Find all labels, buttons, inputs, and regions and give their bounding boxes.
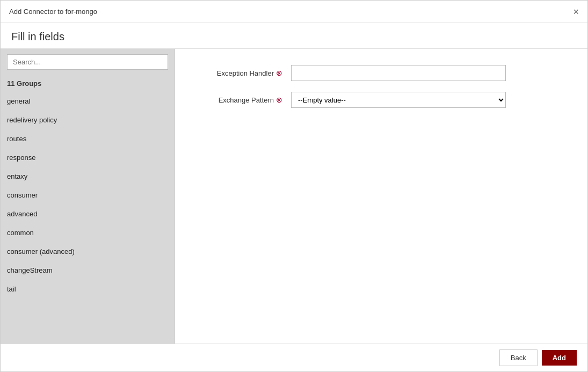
dialog-body: 11 Groups general redelivery policy rout… xyxy=(1,49,587,344)
sidebar-item-common[interactable]: common xyxy=(1,223,175,242)
dialog: Add Connector to for-mongo × Fill in fie… xyxy=(0,0,588,372)
dialog-subtitle: Fill in fields xyxy=(1,23,587,49)
dialog-header: Add Connector to for-mongo × xyxy=(1,1,587,23)
sidebar-item-consumer-advanced[interactable]: consumer (advanced) xyxy=(1,242,175,261)
sidebar-item-entaxy[interactable]: entaxy xyxy=(1,167,175,186)
exchange-pattern-select[interactable]: --Empty value-- xyxy=(291,92,506,108)
sidebar-item-response[interactable]: response xyxy=(1,148,175,167)
exchange-pattern-label-text: Exchange Pattern xyxy=(219,96,274,104)
search-input[interactable] xyxy=(7,54,168,70)
group-list: general redelivery policy routes respons… xyxy=(1,92,175,344)
sidebar-item-consumer[interactable]: consumer xyxy=(1,186,175,205)
add-button[interactable]: Add xyxy=(542,350,577,366)
exception-handler-required-icon: ⊗ xyxy=(276,69,282,77)
exchange-pattern-required-icon: ⊗ xyxy=(276,96,282,104)
exception-handler-input[interactable] xyxy=(291,65,506,81)
sidebar: 11 Groups general redelivery policy rout… xyxy=(1,49,175,344)
sidebar-item-redelivery-policy[interactable]: redelivery policy xyxy=(1,111,175,129)
exception-handler-label-text: Exception Handler xyxy=(217,69,274,77)
dialog-footer: Back Add xyxy=(1,344,587,371)
exchange-pattern-row: Exchange Pattern ⊗ --Empty value-- xyxy=(197,92,566,108)
dialog-title: Add Connector to for-mongo xyxy=(9,8,97,16)
sidebar-item-advanced[interactable]: advanced xyxy=(1,205,175,223)
groups-header: 11 Groups xyxy=(1,75,175,92)
exchange-pattern-label: Exchange Pattern ⊗ xyxy=(197,96,282,104)
search-container xyxy=(1,49,175,75)
main-content: Exception Handler ⊗ Exchange Pattern ⊗ -… xyxy=(175,49,587,344)
back-button[interactable]: Back xyxy=(499,349,538,366)
sidebar-item-general[interactable]: general xyxy=(1,92,175,111)
exception-handler-label: Exception Handler ⊗ xyxy=(197,69,282,77)
sidebar-item-changestream[interactable]: changeStream xyxy=(1,261,175,280)
sidebar-item-tail[interactable]: tail xyxy=(1,280,175,298)
close-button[interactable]: × xyxy=(573,7,579,17)
sidebar-item-routes[interactable]: routes xyxy=(1,129,175,148)
exception-handler-row: Exception Handler ⊗ xyxy=(197,65,566,81)
